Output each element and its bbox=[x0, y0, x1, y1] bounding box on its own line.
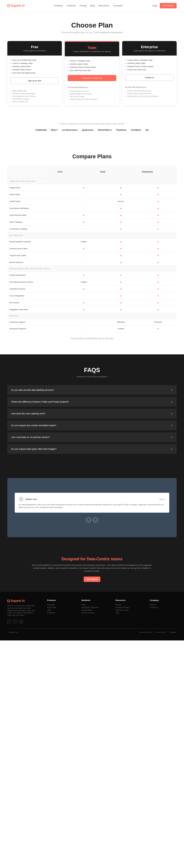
compare-cell: ● bbox=[65, 308, 102, 311]
compare-cell: - bbox=[65, 328, 102, 330]
footer-link[interactable]: Label bbox=[47, 609, 74, 612]
footer-link[interactable]: Automate bbox=[47, 603, 74, 606]
footer-link[interactable]: View All Solutions bbox=[81, 612, 108, 614]
compare-cell: ● bbox=[139, 227, 177, 230]
faq-item[interactable]: Do you support any custom annotation typ… bbox=[7, 421, 177, 430]
compare-row: Technical Solutions-Limited● bbox=[7, 326, 177, 332]
footer-col-brand: Superb AI Get the most from your unique … bbox=[7, 599, 40, 623]
nav-right: Login Get started bbox=[152, 3, 177, 8]
cta-title: Designed for Data-Centric teams bbox=[7, 557, 177, 561]
nav-blog[interactable]: Blog bbox=[90, 4, 95, 7]
compare-col-header: Free bbox=[50, 167, 93, 176]
plan-extra: Access to Python SDK bbox=[10, 100, 59, 103]
privacy-link[interactable]: Privacy Policy bbox=[156, 631, 165, 633]
footer-logo[interactable]: Superb AI bbox=[7, 599, 40, 602]
plan-extra: Task Assignment, Issue Tracking bbox=[10, 95, 59, 98]
compare-cell: Limited bbox=[65, 281, 102, 283]
faq-question: Do you support any custom annotation typ… bbox=[11, 424, 56, 427]
faq-item[interactable]: How does the Auto-Labeling work?+ bbox=[7, 409, 177, 418]
plan-button[interactable]: Request a 14-day Trial bbox=[68, 75, 116, 81]
trusted: Trusted by ingenious AI teams that know … bbox=[0, 115, 184, 144]
plan-name: Enterprise bbox=[125, 45, 174, 49]
testimonial-name: Steffen True bbox=[26, 498, 37, 500]
terms-link[interactable]: Terms & Conditions bbox=[139, 631, 152, 633]
sitemap-link[interactable]: Sitemaker bbox=[170, 631, 177, 633]
footer-link[interactable]: Transportation bbox=[81, 609, 108, 612]
plus-icon: + bbox=[171, 424, 173, 427]
logo[interactable]: Superb AI bbox=[7, 4, 25, 7]
footer-link[interactable]: Blog bbox=[116, 612, 143, 614]
footer-link[interactable]: Retail bbox=[81, 603, 108, 606]
compare-label: Common Auto-Label bbox=[7, 247, 65, 250]
footer-link[interactable]: Webinars Recaps bbox=[116, 606, 143, 609]
linkedin-icon[interactable]: in bbox=[7, 620, 11, 623]
login-link[interactable]: Login bbox=[152, 4, 157, 7]
nav-resources[interactable]: Resources bbox=[99, 4, 109, 7]
nav-products[interactable]: Products bbox=[54, 4, 63, 7]
compare-row: Unlimited Projects●●● bbox=[7, 285, 177, 292]
nav-pricing[interactable]: Pricing bbox=[80, 4, 86, 7]
faq-item[interactable]: Can I purchase an on-premise version?+ bbox=[7, 432, 177, 442]
faq-item[interactable]: Do you support data types other than ima… bbox=[7, 444, 177, 454]
compare-cell: ● bbox=[139, 254, 177, 257]
footer-link[interactable]: Auto-Curate bbox=[47, 606, 74, 609]
compare-label: Uncertainty Estimation bbox=[7, 207, 65, 209]
logo-icon bbox=[7, 4, 10, 7]
plan-features: Store Up to 20,000 Data Assets3 Admin or… bbox=[10, 59, 59, 74]
compare-cell: - bbox=[65, 294, 102, 297]
faq-item[interactable]: What's the difference between Public and… bbox=[7, 397, 177, 407]
compare-label: Custom Auto-Label bbox=[7, 254, 65, 256]
faq-item[interactable]: Do you also provide data labeling servic… bbox=[7, 385, 177, 395]
plan-body: 5 Admin or Manager SeatsUnlimited Labele… bbox=[65, 56, 119, 84]
footer-link[interactable]: Resource Library bbox=[116, 609, 143, 612]
compare-cell: ● bbox=[65, 301, 102, 304]
plan-extra: Data Filter, Search and Analytics bbox=[10, 92, 59, 95]
compare-label: Model-Assisted Labeling bbox=[7, 241, 65, 243]
compare-cell: ● bbox=[139, 287, 177, 290]
footer-link[interactable]: Careers bbox=[150, 603, 177, 606]
compare-cell: ● bbox=[102, 214, 140, 217]
footer-link[interactable]: eBooks bbox=[116, 603, 143, 606]
plan-header: Team Private collaboration for small tea… bbox=[65, 41, 119, 56]
plan-feature: 5 Admin or Manager Seats bbox=[68, 59, 116, 62]
compare-row: Project Dashboard●●● bbox=[7, 272, 177, 279]
faq-question: Do you support data types other than ima… bbox=[11, 448, 57, 450]
footer-link[interactable]: Agriculture & AgriTech bbox=[81, 606, 108, 609]
footer-col: Solutions RetailAgriculture & AgriTechTr… bbox=[81, 599, 108, 623]
compare-row: Customer Support-StandardPremium bbox=[7, 319, 177, 326]
plan-button[interactable]: Sign up for free bbox=[10, 78, 59, 84]
footer-col-title: Resources bbox=[116, 599, 143, 601]
footer-link[interactable]: Contact us bbox=[150, 606, 177, 609]
compare-cell: ● bbox=[102, 221, 140, 223]
compare-cell: ● bbox=[139, 200, 177, 203]
nav-company[interactable]: Company bbox=[113, 4, 123, 7]
twitter-icon[interactable]: 𝕏 bbox=[13, 620, 17, 623]
next-button[interactable]: → bbox=[93, 518, 98, 523]
logo-text: Superb AI bbox=[11, 4, 25, 7]
plus-icon: + bbox=[171, 400, 173, 404]
compare-row: Model Inference-●● bbox=[7, 259, 177, 266]
cta-button[interactable]: Get started bbox=[84, 577, 101, 582]
compare-row: Model-Assisted LabelingLimited●● bbox=[7, 238, 177, 245]
testimonial: Steffen True bepro11 ML Data Management … bbox=[0, 468, 184, 547]
compare-title: Compare Plans bbox=[7, 153, 177, 160]
plan-extra: Train custom models bbox=[68, 95, 116, 98]
plan-button[interactable]: Contact us bbox=[125, 74, 174, 81]
nav-solutions[interactable]: Solutions bbox=[67, 4, 76, 7]
footer-col: Products AutomateAuto-CurateLabelEnterpr… bbox=[47, 599, 74, 623]
cta-text: We've built a platform for everyone invo… bbox=[31, 564, 153, 572]
footer-links: Terms & Conditions | Privacy Policy | Si… bbox=[139, 631, 177, 633]
get-started-button[interactable]: Get started bbox=[160, 3, 177, 8]
compare-label: Video Editor bbox=[7, 193, 65, 196]
footer-col: Resources eBooksWebinars RecapsResource … bbox=[116, 599, 143, 623]
compare-cell: - bbox=[65, 193, 102, 196]
compare-cell: ● bbox=[102, 261, 140, 264]
prev-button[interactable]: ← bbox=[86, 518, 91, 523]
trusted-logo: LG Electronics bbox=[62, 129, 77, 131]
compare-col-header: Enterprise bbox=[135, 167, 177, 176]
youtube-icon[interactable]: ▶ bbox=[19, 620, 23, 623]
compare-col-header: Team bbox=[93, 167, 135, 176]
footer-link[interactable]: Enterprise bbox=[47, 612, 74, 614]
compare-cell: ● bbox=[139, 221, 177, 223]
trusted-logo: HYUNDAI bbox=[131, 129, 141, 131]
